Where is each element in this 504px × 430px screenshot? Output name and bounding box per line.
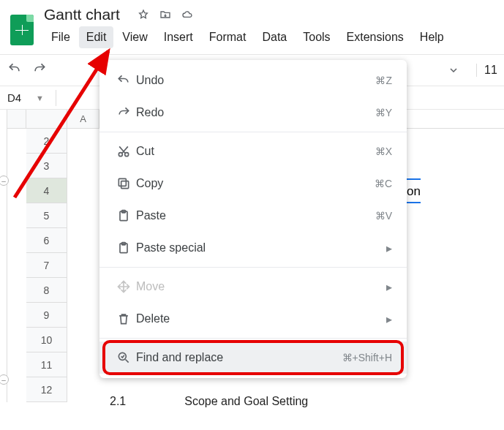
svg-rect-2 xyxy=(121,181,129,189)
svg-rect-3 xyxy=(119,178,126,186)
menu-item-paste[interactable]: Paste ⌘V xyxy=(99,200,407,232)
menu-shortcut: ⌘Z xyxy=(375,75,392,86)
delete-icon xyxy=(111,312,136,326)
menu-item-copy[interactable]: Copy ⌘C xyxy=(99,167,407,200)
row-header[interactable]: 7 xyxy=(26,253,67,278)
font-size-input[interactable]: 11 xyxy=(476,64,497,77)
menu-item-undo[interactable]: Undo ⌘Z xyxy=(99,64,407,97)
task-description-cell[interactable]: Scope and Goal Setting xyxy=(184,395,308,408)
menu-file[interactable]: File xyxy=(44,26,78,48)
row-header[interactable]: 5 xyxy=(26,203,67,228)
menu-item-find-and-replace[interactable]: Find and replace ⌘+Shift+H xyxy=(99,342,407,374)
menu-tools[interactable]: Tools xyxy=(296,26,337,48)
row-header[interactable]: 9 xyxy=(26,303,67,328)
row-header[interactable]: 10 xyxy=(26,328,67,352)
menu-help[interactable]: Help xyxy=(413,26,451,48)
cell-reference: D4 xyxy=(7,91,21,104)
menu-item-label: Redo xyxy=(136,106,375,119)
menu-edit[interactable]: Edit xyxy=(79,26,114,48)
undo-button[interactable] xyxy=(7,61,22,79)
menu-item-label: Move xyxy=(136,280,380,293)
name-box[interactable]: D4 ▼ xyxy=(0,91,51,104)
menu-shortcut: ⌘V xyxy=(375,210,392,222)
menu-data[interactable]: Data xyxy=(255,26,294,48)
row-header[interactable]: 6 xyxy=(26,228,67,253)
wbs-cell[interactable]: 2.1 xyxy=(110,395,126,408)
redo-icon xyxy=(111,105,136,120)
svg-point-8 xyxy=(119,352,126,360)
copy-icon xyxy=(111,176,136,191)
redo-button[interactable] xyxy=(32,61,47,79)
row-header[interactable]: 2 xyxy=(26,129,67,154)
menu-item-label: Cut xyxy=(136,145,375,158)
menu-shortcut: ⌘C xyxy=(375,178,392,189)
find-icon xyxy=(111,350,136,365)
menu-item-delete[interactable]: Delete ▸ xyxy=(99,303,407,335)
menu-item-label: Paste xyxy=(136,209,375,222)
menu-item-label: Undo xyxy=(136,74,375,87)
star-icon[interactable] xyxy=(138,9,149,20)
svg-point-1 xyxy=(125,153,129,156)
menu-item-paste-special[interactable]: Paste special ▸ xyxy=(99,232,407,264)
document-title[interactable]: Gantt chart xyxy=(44,6,120,23)
row-header[interactable]: 4 xyxy=(26,178,67,203)
row-header[interactable]: 11 xyxy=(26,352,67,377)
menu-item-move: Move ▸ xyxy=(99,271,407,303)
menu-item-label: Find and replace xyxy=(136,351,342,364)
menu-insert[interactable]: Insert xyxy=(157,26,200,48)
cloud-status-icon[interactable] xyxy=(181,9,193,20)
submenu-arrow-icon: ▸ xyxy=(386,280,392,294)
edit-menu-dropdown: Undo ⌘Z Redo ⌘Y Cut ⌘X Copy ⌘C Paste ⌘V … xyxy=(99,60,407,378)
sheets-app-icon[interactable] xyxy=(7,12,37,48)
column-header-a[interactable]: A xyxy=(67,110,99,128)
menu-item-label: Paste special xyxy=(136,241,380,254)
submenu-arrow-icon: ▸ xyxy=(386,241,392,255)
menu-item-label: Delete xyxy=(136,312,380,325)
paste-icon xyxy=(111,241,136,255)
submenu-arrow-icon: ▸ xyxy=(386,312,392,326)
cell-partial-content: on xyxy=(407,178,421,203)
paste-icon xyxy=(111,208,136,223)
menu-extensions[interactable]: Extensions xyxy=(339,26,411,48)
move-to-folder-icon[interactable] xyxy=(159,9,171,20)
menu-item-cut[interactable]: Cut ⌘X xyxy=(99,135,407,167)
menu-item-label: Copy xyxy=(136,177,375,190)
menu-shortcut: ⌘Y xyxy=(375,107,392,118)
menu-shortcut: ⌘X xyxy=(375,146,392,157)
move-icon xyxy=(111,279,136,294)
cut-icon xyxy=(111,144,136,159)
menu-shortcut: ⌘+Shift+H xyxy=(342,352,392,363)
row-header-spacer xyxy=(26,110,67,128)
menu-format[interactable]: Format xyxy=(202,26,254,48)
select-all-corner[interactable] xyxy=(7,110,26,128)
menu-item-redo[interactable]: Redo ⌘Y xyxy=(99,97,407,129)
menu-view[interactable]: View xyxy=(115,26,154,48)
row-header[interactable]: 3 xyxy=(26,154,67,178)
row-header[interactable]: 8 xyxy=(26,278,67,303)
chevron-down-icon: ▼ xyxy=(36,94,44,102)
row-group-gutter[interactable]: – – xyxy=(0,110,7,402)
toolbar-dropdown[interactable] xyxy=(450,68,457,72)
svg-point-0 xyxy=(119,153,122,156)
undo-icon xyxy=(111,73,136,88)
row-header[interactable]: 12 xyxy=(26,377,67,402)
